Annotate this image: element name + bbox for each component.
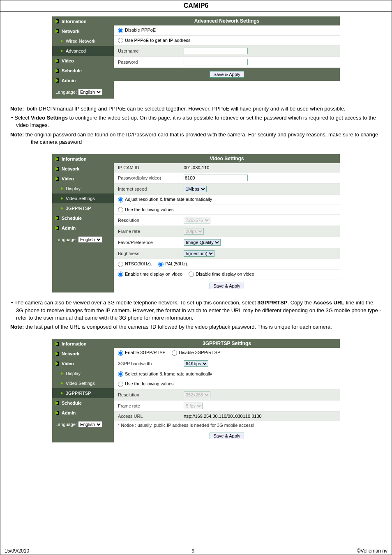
sidebar-item-label: Schedule [62, 216, 82, 221]
sidebar-item-advanced[interactable]: Advanced [52, 46, 114, 56]
sidebar-item-information[interactable]: Information [52, 339, 114, 349]
use-following-row[interactable]: Use the following values [114, 379, 340, 389]
sidebar-item-label: Information [62, 157, 87, 161]
sidebar-item-video[interactable]: Video [52, 174, 114, 184]
sidebar-item-label: Schedule [62, 68, 82, 73]
language-row: Language: English [52, 418, 114, 431]
bullet-3gpp: • The camera can also be viewed over a 3… [10, 299, 382, 322]
tv-standard-row: NTSC(60Hz). PAL(50Hz). [114, 259, 340, 269]
frame-rate-row: Frame rate5 fps [114, 401, 340, 412]
auto-adjust-row[interactable]: Adjust resolution & frame rate automatic… [114, 195, 340, 205]
sidebar-item-display[interactable]: Display [52, 368, 114, 378]
radio-label: Use the following values [125, 207, 174, 212]
sidebar-item-label: Video [62, 176, 74, 181]
sidebar-item-schedule[interactable]: Schedule [52, 398, 114, 408]
sidebar-item-label: Advanced [66, 48, 86, 53]
sidebar-item-3gpp-rtsp[interactable]: 3GPP/RTSP [52, 388, 114, 398]
language-label: Language: [55, 237, 77, 242]
doc-title: CAMIP6 [0, 0, 392, 12]
save-apply-button[interactable]: Save & Apply [210, 433, 244, 439]
internet-speed-select[interactable]: 1Mbps [184, 186, 207, 192]
body-text-1: Note: both DHCP/manual IP setting and PP… [0, 102, 392, 149]
disable-pppoe-row[interactable]: Disable PPPoE [114, 25, 340, 36]
radio-label: NTSC(60Hz). [125, 261, 152, 266]
sidebar-item-3gpp-rtsp[interactable]: 3GPP/RTSP [52, 203, 114, 213]
save-apply-button[interactable]: Save & Apply [210, 71, 244, 78]
sidebar-item-video-settings[interactable]: Video Settings [52, 378, 114, 388]
sidebar-item-network[interactable]: Network [52, 26, 114, 36]
bullet-video-settings: • Select Video Settings to configure the… [10, 114, 382, 129]
language-label: Language: [55, 422, 77, 427]
disable-pppoe-radio[interactable] [118, 28, 123, 33]
field-value: rtsp://169.254.30.110/001030110.8100 [184, 414, 262, 419]
auto-adjust-radio[interactable] [118, 371, 123, 377]
use-pppoe-radio[interactable] [118, 38, 123, 43]
sidebar-item-label: Admin [62, 226, 76, 230]
auto-adjust-radio[interactable] [118, 197, 123, 203]
sidebar-item-video-settings[interactable]: Video Settings [52, 193, 114, 203]
sidebar-item-network[interactable]: Network [52, 349, 114, 359]
sidebar-item-information[interactable]: Information [52, 16, 114, 26]
favor-row: Favor/PreferenceImage Quality [114, 237, 340, 248]
pane-header: Video Settings [114, 154, 340, 163]
arrow-icon [61, 207, 63, 210]
content-pane: Advanced Network Settings Disable PPPoE … [114, 16, 340, 99]
disable-time-radio[interactable] [189, 272, 194, 277]
enable-3gpp-radio[interactable] [118, 350, 123, 356]
save-apply-button[interactable]: Save & Apply [210, 283, 244, 289]
sidebar-item-admin[interactable]: Admin [52, 408, 114, 418]
disable-3gpp-radio[interactable] [172, 350, 177, 356]
use-following-row[interactable]: Use the following values [114, 205, 340, 215]
field-label: Password [118, 60, 184, 64]
username-input[interactable] [184, 48, 248, 54]
use-following-radio[interactable] [118, 382, 123, 387]
sidebar-item-label: 3GPP/RTSP [66, 206, 91, 211]
language-label: Language: [55, 90, 77, 94]
language-select[interactable]: English [78, 421, 102, 428]
note-text: the last part of the URL is composed of … [25, 324, 332, 330]
password-input[interactable] [184, 175, 248, 181]
sidebar-item-information[interactable]: Information [52, 154, 114, 164]
bandwidth-select[interactable]: 64Kbps [184, 360, 208, 367]
sidebar-item-label: 3GPP/RTSP [66, 391, 91, 396]
username-row: Username [114, 46, 340, 57]
sidebar-item-label: Information [62, 341, 87, 346]
password-input[interactable] [184, 59, 248, 65]
field-label: Frame rate [118, 403, 184, 408]
sidebar-item-display[interactable]: Display [52, 184, 114, 193]
auto-adjust-row[interactable]: Select resolution & frame rate automatic… [114, 369, 340, 380]
frame-rate-row: Frame rate20fps [114, 226, 340, 237]
sidebar-item-label: Display [66, 371, 81, 376]
favor-select[interactable]: Image Quality [184, 239, 221, 246]
arrow-icon [55, 342, 59, 346]
pal-radio[interactable] [158, 262, 164, 267]
language-select[interactable]: English [78, 89, 102, 95]
language-select[interactable]: English [78, 236, 102, 243]
sidebar-item-admin[interactable]: Admin [52, 223, 114, 233]
enable-time-radio[interactable] [118, 272, 123, 277]
sidebar-item-network[interactable]: Network [52, 164, 114, 174]
use-pppoe-row[interactable]: Use PPPoE to get an IP address [114, 36, 340, 46]
sidebar-item-schedule[interactable]: Schedule [52, 66, 114, 76]
field-value: 001-030-110 [184, 165, 209, 170]
sidebar-item-admin[interactable]: Admin [52, 76, 114, 85]
enable-disable-row: Enable 3GPP/RTSP Disable 3GPP/RTSP [114, 348, 340, 358]
sidebar-item-video[interactable]: Video [52, 359, 114, 368]
password-row: Password(play video) [114, 173, 340, 184]
brightness-select[interactable]: 5(medium) [184, 250, 214, 257]
arrow-icon [61, 197, 63, 200]
arrow-icon [61, 40, 63, 42]
note-label: Note: [10, 106, 24, 112]
ntsc-radio[interactable] [118, 262, 123, 267]
sidebar-item-video[interactable]: Video [52, 56, 114, 66]
field-label: Brightness [118, 251, 184, 256]
sidebar-item-label: Schedule [62, 401, 82, 405]
sidebar-item-wired-network[interactable]: Wired Network [52, 36, 114, 46]
use-following-radio[interactable] [118, 207, 123, 212]
arrow-icon [55, 216, 59, 220]
sidebar-item-schedule[interactable]: Schedule [52, 213, 114, 223]
arrow-icon [55, 29, 59, 33]
resolution-row: Resolution352x288 [114, 389, 340, 401]
sidebar-item-label: Network [62, 166, 79, 171]
arrow-icon [61, 50, 63, 52]
